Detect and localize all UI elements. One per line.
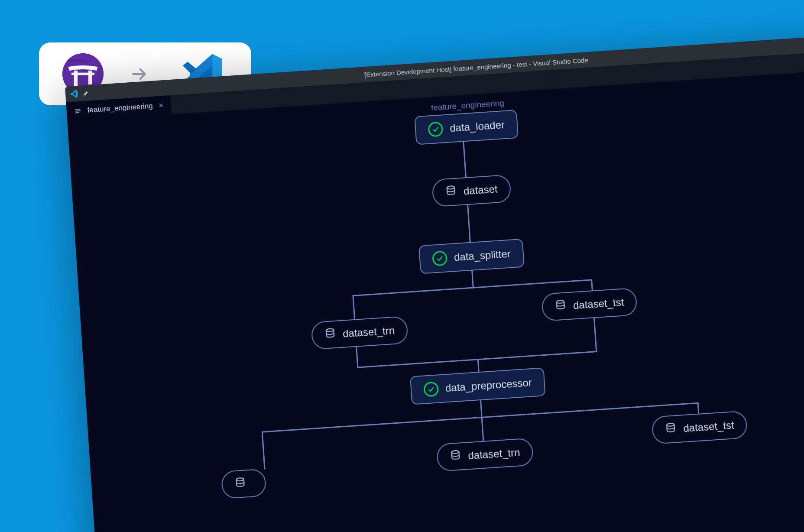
database-icon: [234, 477, 246, 491]
node-label: dataset_trn: [342, 324, 395, 340]
svg-line-5: [75, 109, 81, 110]
database-icon: [665, 422, 677, 437]
edge: [463, 142, 466, 177]
status-success-icon: [423, 381, 439, 397]
edge: [591, 279, 593, 291]
svg-point-13: [236, 478, 244, 481]
node-label: dataset_tst: [683, 419, 735, 435]
database-icon: [554, 299, 567, 314]
edge: [352, 295, 355, 320]
vscode-window: [Extension Development Host] feature_eng…: [65, 32, 804, 532]
close-icon[interactable]: ×: [159, 101, 164, 110]
svg-point-11: [451, 451, 459, 454]
edge: [481, 417, 484, 442]
node-dataset-tst-2[interactable]: dataset_tst: [651, 410, 748, 444]
status-success-icon: [432, 250, 447, 266]
svg-point-9: [326, 328, 334, 332]
tab-label: feature_engineering: [87, 102, 153, 115]
edge: [593, 317, 597, 352]
node-data-preprocessor[interactable]: data_preprocessor: [410, 367, 546, 405]
tab-file-icon: [74, 107, 81, 115]
database-icon: [324, 328, 336, 342]
svg-point-12: [667, 423, 674, 427]
node-dataset-tst[interactable]: dataset_tst: [541, 288, 638, 321]
edge: [477, 359, 480, 373]
pipeline-label: feature_engineering: [431, 98, 504, 113]
edge: [262, 431, 266, 469]
edge: [697, 402, 700, 415]
node-label: data_preprocessor: [445, 376, 532, 394]
node-partial-left[interactable]: [221, 468, 267, 499]
edge: [356, 346, 358, 368]
database-icon: [445, 185, 457, 200]
svg-line-6: [75, 111, 81, 111]
node-data-splitter[interactable]: data_splitter: [418, 239, 525, 274]
node-label: dataset: [463, 183, 498, 197]
node-dataset-trn[interactable]: dataset_trn: [311, 316, 408, 350]
node-label: dataset_tst: [573, 296, 624, 312]
edge: [467, 204, 471, 243]
node-dataset-trn-2[interactable]: dataset_trn: [436, 438, 534, 472]
node-data-loader[interactable]: data_loader: [414, 110, 519, 145]
database-icon: [450, 449, 462, 464]
node-label: data_splitter: [454, 248, 511, 264]
pin-icon[interactable]: [82, 90, 88, 97]
node-label: dataset_trn: [468, 446, 521, 462]
edge: [471, 271, 474, 287]
edge: [480, 400, 483, 417]
svg-point-10: [557, 300, 564, 304]
node-dataset[interactable]: dataset: [431, 174, 512, 207]
vscode-logo-small-icon: [68, 89, 78, 99]
node-label: data_loader: [449, 119, 505, 134]
svg-point-8: [447, 186, 455, 189]
pipeline-canvas[interactable]: feature_engineering data_loader dataset …: [67, 67, 804, 532]
svg-line-7: [75, 113, 79, 113]
edge: [262, 402, 698, 433]
status-success-icon: [428, 121, 443, 137]
